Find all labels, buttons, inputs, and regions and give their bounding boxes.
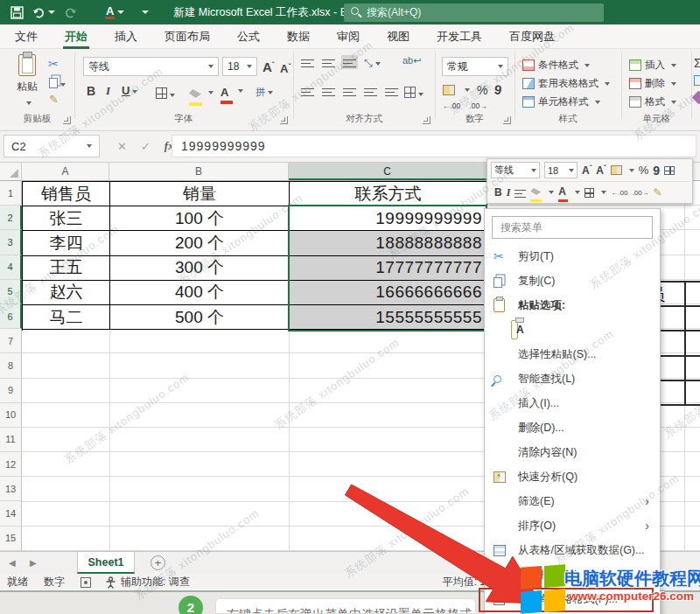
cell-A5[interactable]: 赵六 <box>23 281 110 305</box>
mini-font-color-button[interactable]: A <box>558 183 568 202</box>
row-header-4[interactable]: 4 <box>0 255 22 280</box>
mini-comma-button[interactable]: 9 <box>653 164 660 178</box>
mini-font-color-caret[interactable] <box>575 191 580 194</box>
menu-item-filter[interactable]: 筛选(E) <box>485 489 660 513</box>
row-header-1[interactable]: 1 <box>0 181 22 206</box>
menu-item-smart-lookup[interactable]: 智能查找(L) <box>485 366 660 391</box>
menu-search-box[interactable]: 搜索菜单 <box>492 216 653 239</box>
mini-bold-button[interactable]: B <box>494 186 502 199</box>
cell-B4[interactable]: 300 个 <box>110 256 290 281</box>
mini-font-size-select[interactable]: 18 <box>544 162 578 178</box>
menu-item-paste-keep-formatting[interactable] <box>485 317 660 342</box>
name-box[interactable]: C2 <box>4 135 100 157</box>
mini-format-painter-icon[interactable]: ✎ <box>654 186 662 199</box>
mini-accounting-caret[interactable] <box>629 169 634 172</box>
tab-insert[interactable]: 插入 <box>113 24 139 49</box>
row-header-10[interactable]: 10 <box>0 403 22 428</box>
cell-B6[interactable]: 500 个 <box>110 305 290 330</box>
mini-italic-button[interactable]: I <box>507 186 511 199</box>
mini-increase-decimal[interactable]: ←.00 <box>611 189 627 197</box>
cell-A6[interactable]: 马二 <box>23 305 110 330</box>
save-icon[interactable] <box>10 6 24 19</box>
row-header-5[interactable]: 5 <box>0 280 22 304</box>
number-dialog-launcher[interactable] <box>503 116 511 124</box>
mini-fill-caret[interactable] <box>549 191 554 194</box>
font-color-qat-button[interactable]: A <box>105 5 124 19</box>
cell-A2[interactable]: 张三 <box>23 206 110 231</box>
enter-icon[interactable]: ✓ <box>141 140 150 153</box>
cell-B2[interactable]: 100 个 <box>110 206 290 231</box>
row-header-14[interactable]: 14 <box>0 501 22 526</box>
column-header-A[interactable]: A <box>22 163 109 180</box>
menu-item-copy[interactable]: 复制(C) <box>485 269 660 293</box>
font-color-caret[interactable] <box>117 10 124 14</box>
new-sheet-button[interactable]: + <box>150 555 165 570</box>
cancel-icon[interactable]: ✕ <box>117 140 127 153</box>
menu-item-get-data-from-table[interactable]: 从表格/区域获取数据(G)... <box>485 538 660 562</box>
tab-formulas[interactable]: 公式 <box>235 24 262 49</box>
mini-borders-caret[interactable] <box>601 191 606 194</box>
mini-font-name-select[interactable]: 等线 <box>491 162 540 178</box>
cell-C5[interactable]: 16666666666 <box>290 281 487 305</box>
tab-baidu-netdisk[interactable]: 百度网盘 <box>508 24 556 49</box>
cell-A4[interactable]: 王五 <box>23 256 110 281</box>
mini-fill-color-button[interactable] <box>530 183 542 202</box>
menu-item-insert[interactable]: 插入(I)... <box>485 391 660 415</box>
column-header-C[interactable]: C <box>289 163 486 180</box>
row-header-13[interactable]: 13 <box>0 477 22 501</box>
tab-data[interactable]: 数据 <box>285 24 312 49</box>
menu-item-delete[interactable]: 删除(D)... <box>485 415 660 440</box>
sheet-nav-right-icon[interactable]: ▶ <box>30 558 42 568</box>
font-dialog-launcher[interactable] <box>280 116 288 124</box>
tab-developer[interactable]: 开发工具 <box>435 24 484 49</box>
clipboard-dialog-launcher[interactable] <box>63 116 71 124</box>
menu-item-paste-special[interactable]: 选择性粘贴(S)... <box>485 342 660 366</box>
sheet-nav-left-icon[interactable]: ◀ <box>9 558 21 568</box>
cell-B5[interactable]: 400 个 <box>110 281 290 305</box>
mini-borders-icon[interactable] <box>584 188 594 198</box>
clear-icon[interactable] <box>692 91 700 105</box>
undo-dropdown-caret[interactable] <box>48 10 55 14</box>
mini-grow-font-button[interactable]: Aˆ <box>582 164 592 177</box>
row-header-15[interactable]: 15 <box>0 527 22 551</box>
cell-C4[interactable]: 17777777777 <box>290 256 487 281</box>
cell-A3[interactable]: 李四 <box>23 231 110 255</box>
row-header-7[interactable]: 7 <box>0 329 22 353</box>
tab-home[interactable]: 开始 <box>63 24 89 49</box>
mini-accounting-icon[interactable] <box>611 165 622 175</box>
tab-view[interactable]: 视图 <box>385 24 411 49</box>
row-header-11[interactable]: 11 <box>0 428 22 452</box>
autosum-button[interactable]: Σ <box>694 56 700 70</box>
row-header-9[interactable]: 9 <box>0 379 22 403</box>
cell-C1[interactable]: 联系方式 <box>290 182 487 206</box>
mini-center-button[interactable] <box>514 187 526 198</box>
row-header-3[interactable]: 3 <box>0 230 22 255</box>
select-all-button[interactable] <box>0 163 22 180</box>
alignment-dialog-launcher[interactable] <box>423 116 430 124</box>
cell-C3[interactable]: 18888888888 <box>290 231 487 255</box>
cell-C2-active[interactable]: 19999999999 <box>290 206 487 231</box>
search-box[interactable]: 搜索(Alt+Q) <box>344 3 604 22</box>
cell-C6[interactable]: 15555555555 <box>290 305 487 330</box>
menu-item-sort[interactable]: 排序(O) <box>485 513 660 538</box>
customize-qat-caret[interactable] <box>142 10 149 14</box>
cell-B1[interactable]: 销量 <box>110 182 290 206</box>
tab-review[interactable]: 审阅 <box>335 24 361 49</box>
fill-down-icon[interactable] <box>694 75 700 86</box>
tab-page-layout[interactable]: 页面布局 <box>163 24 212 49</box>
cell-A1[interactable]: 销售员 <box>23 182 110 206</box>
row-header-12[interactable]: 12 <box>0 452 22 477</box>
row-header-6[interactable]: 6 <box>0 304 22 329</box>
mini-shrink-font-button[interactable]: Aˇ <box>596 164 606 177</box>
mini-merge-icon[interactable] <box>664 166 675 175</box>
macro-record-icon[interactable] <box>80 577 91 588</box>
cell-B3[interactable]: 200 个 <box>110 231 290 255</box>
formula-input[interactable]: 19999999999 <box>172 135 696 157</box>
undo-button[interactable] <box>32 6 55 18</box>
row-header-2[interactable]: 2 <box>0 206 22 230</box>
menu-item-cut[interactable]: ✂剪切(T) <box>485 244 660 269</box>
column-header-B[interactable]: B <box>109 163 289 180</box>
mini-percent-button[interactable]: % <box>639 164 649 177</box>
tab-file[interactable]: 文件 <box>13 24 39 49</box>
mini-decrease-decimal[interactable]: .00→ <box>632 189 648 197</box>
